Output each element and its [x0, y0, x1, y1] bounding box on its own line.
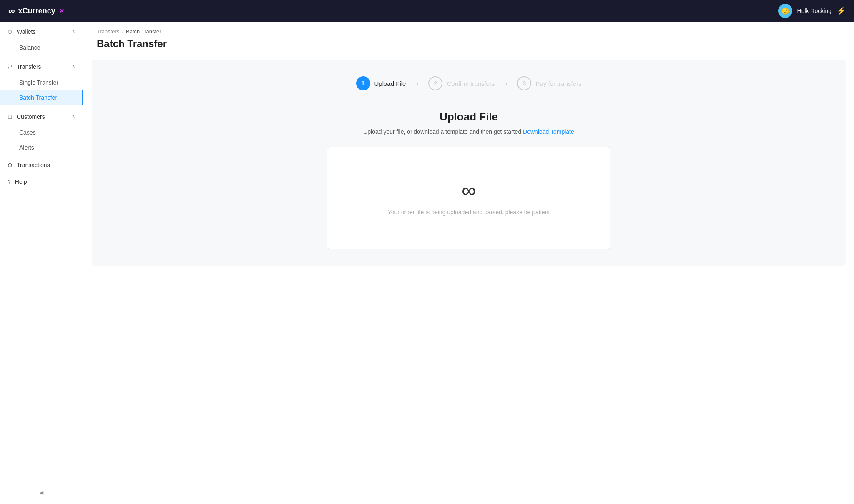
step-3-label: Pay for transfers	[535, 80, 581, 87]
sidebar-group-transfers[interactable]: ⇄ Transfers ∧	[0, 58, 83, 75]
sidebar-collapse-button[interactable]: ◀	[0, 486, 83, 499]
step-2: 2 Confirm transfers	[428, 76, 495, 90]
upload-loading-text: Your order file is being uploaded and pa…	[388, 209, 550, 216]
logo-infinity-icon: ∞	[8, 5, 15, 16]
sidebar-item-cases[interactable]: Cases	[0, 125, 83, 140]
wallets-group-label: Wallets	[17, 28, 35, 35]
step-3: 3 Pay for transfers	[517, 76, 581, 90]
step-3-circle: 3	[517, 76, 531, 90]
breadcrumb-separator: /	[122, 28, 123, 35]
step-1-label: Upload File	[374, 80, 406, 87]
step-2-circle: 2	[428, 76, 442, 90]
help-label: Help	[15, 178, 27, 185]
transfers-chevron-icon: ∧	[72, 64, 75, 70]
customers-group-label: Customers	[17, 113, 45, 120]
upload-section: Upload File Upload your file, or downloa…	[327, 110, 610, 249]
wallets-icon: ⊙	[8, 28, 13, 35]
top-navigation: ∞ xCurrency✕ 🙂 Hulk Rocking ⚡	[0, 0, 854, 22]
sidebar-item-help[interactable]: ? Help	[0, 173, 83, 190]
sidebar-section-customers: ⊡ Customers ∧ Cases Alerts	[0, 107, 83, 157]
customers-icon: ⊡	[8, 113, 13, 120]
sidebar-section-wallets: ⊙ Wallets ∧ Balance	[0, 22, 83, 57]
step-1: 1 Upload File	[356, 76, 406, 90]
sidebar-item-balance[interactable]: Balance	[0, 40, 83, 55]
help-icon: ?	[8, 178, 11, 185]
logo-text: xCurrency	[18, 7, 55, 15]
breadcrumb: Transfers / Batch Transfer	[83, 22, 854, 36]
customers-chevron-icon: ∧	[72, 114, 75, 120]
transfers-group-label: Transfers	[17, 63, 41, 70]
transactions-icon: ⊙	[8, 162, 13, 168]
content-area: 1 Upload File › 2 Confirm transfers ›	[92, 60, 846, 266]
download-template-link[interactable]: Download Template	[523, 128, 574, 135]
sidebar-item-transactions[interactable]: ⊙ Transactions	[0, 157, 83, 173]
step-2-label: Confirm transfers	[447, 80, 495, 87]
nav-right: 🙂 Hulk Rocking ⚡	[778, 4, 846, 18]
upload-title: Upload File	[327, 110, 610, 123]
upload-subtitle: Upload your file, or download a template…	[327, 128, 610, 135]
translate-icon[interactable]: ⚡	[836, 6, 846, 15]
main-content: Transfers / Batch Transfer Batch Transfe…	[83, 22, 854, 504]
breadcrumb-current: Batch Transfer	[126, 28, 161, 35]
sidebar-item-batch-transfer[interactable]: Batch Transfer	[0, 90, 83, 105]
sidebar-item-single-transfer[interactable]: Single Transfer	[0, 75, 83, 90]
page-title: Batch Transfer	[83, 36, 854, 60]
sidebar-section-transfers: ⇄ Transfers ∧ Single Transfer Batch Tran…	[0, 57, 83, 107]
logo-x: ✕	[59, 8, 64, 14]
step-arrow-1: ›	[416, 79, 418, 88]
transfers-icon: ⇄	[8, 63, 13, 70]
avatar: 🙂	[778, 4, 792, 18]
sidebar-item-alerts[interactable]: Alerts	[0, 140, 83, 155]
sidebar-group-wallets[interactable]: ⊙ Wallets ∧	[0, 23, 83, 40]
breadcrumb-parent[interactable]: Transfers	[97, 28, 119, 35]
step-arrow-2: ›	[505, 79, 507, 88]
step-1-circle: 1	[356, 76, 370, 90]
sidebar: ⊙ Wallets ∧ Balance ⇄ Transfers ∧ Single…	[0, 22, 83, 504]
step-wizard: 1 Upload File › 2 Confirm transfers ›	[100, 76, 837, 90]
user-name: Hulk Rocking	[797, 8, 831, 14]
upload-dropzone[interactable]: ∞ Your order file is being uploaded and …	[327, 147, 610, 249]
loading-infinity-icon: ∞	[462, 181, 476, 201]
transactions-label: Transactions	[17, 162, 50, 168]
logo[interactable]: ∞ xCurrency✕	[8, 5, 64, 16]
wallets-chevron-icon: ∧	[72, 29, 75, 35]
sidebar-group-customers[interactable]: ⊡ Customers ∧	[0, 108, 83, 125]
